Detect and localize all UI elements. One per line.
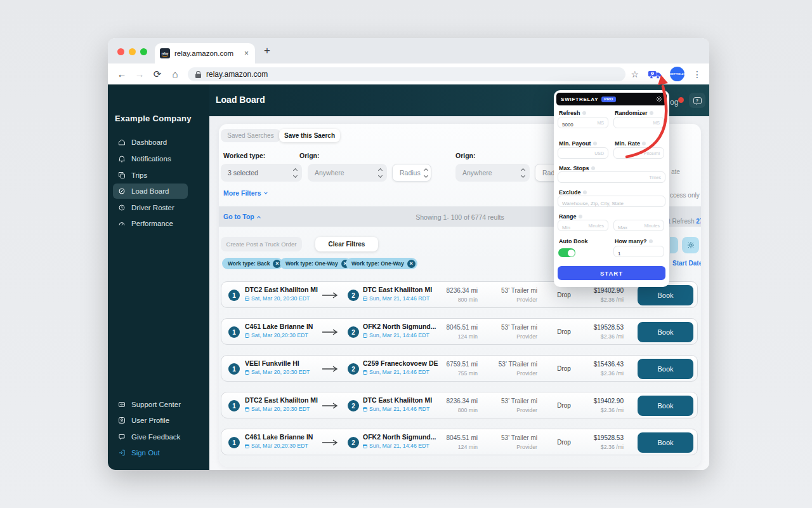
stepper-chevrons-icon (294, 169, 297, 177)
refresh-input[interactable] (558, 120, 608, 130)
settings-button[interactable] (682, 237, 699, 253)
distance: 8045.51 mi (438, 434, 478, 441)
refresh-timer-value: 27s (696, 218, 701, 225)
sidebar-item-dashboard[interactable]: Dashboard (113, 135, 189, 150)
book-button[interactable]: Book (638, 322, 693, 342)
partial-text-access-only: ccess only (670, 192, 700, 199)
origin-name: DTC2 East Khalilton MI (245, 286, 322, 293)
chevron-down-icon (264, 190, 268, 194)
help-button[interactable]: ? (689, 93, 705, 108)
range-max-input[interactable] (614, 223, 664, 233)
auto-book-toggle[interactable] (558, 248, 575, 257)
origin-date: Sat, Mar 20,20:30 EDT (251, 443, 308, 449)
support-icon (118, 401, 126, 408)
start-button[interactable]: START (558, 266, 665, 280)
how-many-input[interactable] (614, 249, 664, 259)
filter-chip[interactable]: Work type: One-Way × (280, 258, 351, 269)
sidebar-item-label: Dashboard (131, 138, 167, 146)
profile-avatar[interactable]: SWIFTRELAY (670, 67, 684, 81)
distance-column: 8236.34 mi 800 min (438, 287, 478, 303)
gauge-icon (118, 220, 126, 227)
min-payout-input[interactable] (558, 150, 608, 161)
partial-button[interactable] (670, 237, 678, 253)
min-payout-label: Min. Payout (559, 140, 597, 147)
rate: $2.36 /mi (584, 407, 624, 413)
new-tab-button[interactable]: + (264, 44, 270, 57)
sidebar-item-user-profile[interactable]: User Profile (113, 413, 189, 428)
how-many-label: How many? (615, 238, 653, 244)
dest-date: Sun, Mar 21, 14:46 EDT (369, 332, 429, 338)
load-row: 1 DTC2 East Khalilton MI Sat, Mar 20, 20… (221, 392, 698, 418)
origin-name: C461 Lake Brianne IN (245, 433, 322, 441)
worked-type-select[interactable]: 3 selected (221, 164, 302, 182)
min-rate-input[interactable] (614, 150, 664, 161)
extension-settings-button[interactable] (656, 96, 662, 102)
book-button[interactable]: Book (638, 285, 693, 305)
calendar-icon (245, 444, 249, 448)
book-button[interactable]: Book (638, 396, 693, 416)
trailer-column: 53' Trailer mi Provider (489, 287, 537, 303)
desktop-background: relay relay.amazon.com × + ← → ⟳ ⌂ relay… (0, 0, 812, 508)
origin-date: Sat, Mar 20, 20:30 EDT (251, 406, 310, 412)
dest-stop: DTC East Khalilton MI Sun, Mar 21, 14:46… (363, 286, 447, 302)
refresh-label: Refresh (559, 110, 586, 116)
reload-icon[interactable]: ⟳ (148, 69, 166, 80)
tab-saved-searches[interactable]: Saved Saerches (221, 129, 280, 142)
origin-stop: VEEI Funkville HI Sat, Mar 20, 20:30 EDT (245, 359, 322, 375)
payout-column: $19402.90 $2.36 /mi (584, 398, 624, 413)
tab-close-icon[interactable]: × (243, 49, 250, 58)
load-row: 1 C461 Lake Brianne IN Sat, Mar 20,20:30… (221, 429, 698, 455)
help-bubble-icon: ? (693, 97, 702, 104)
sidebar-item-label: Trips (131, 171, 147, 179)
payout: $19402.90 (584, 398, 624, 404)
window-minimize-button[interactable] (129, 48, 136, 55)
create-post-truck-order-button[interactable]: Create Post a Truck Order (221, 237, 302, 251)
clear-filters-button[interactable]: Clear Filtres (315, 237, 378, 251)
filter-chip[interactable]: Work type: One-Way × (346, 258, 417, 269)
sidebar-item-trips[interactable]: Trips (113, 168, 189, 183)
range-min-input[interactable] (558, 223, 608, 233)
sidebar-item-notifications[interactable]: Notifications (113, 151, 189, 166)
filter-chip[interactable]: Work type: Back × (222, 258, 283, 269)
min-rate-field-wrap: Price/mi (613, 147, 664, 159)
browser-tabstrip: relay relay.amazon.com × + (108, 38, 709, 64)
origin-stop-badge: 1 (228, 400, 240, 411)
sidebar-item-sign-out[interactable]: Sign Out (113, 445, 189, 460)
randomizer-input[interactable] (614, 120, 664, 130)
partial-nav-button[interactable]: og (670, 98, 678, 107)
sidebar-item-load-board[interactable]: Load Board (113, 184, 188, 199)
swiftrelay-extension-icon[interactable] (648, 69, 662, 80)
browser-menu-icon[interactable]: ⋮ (693, 69, 702, 79)
clock-icon (118, 204, 126, 211)
sidebar-item-give-feedback[interactable]: Give Feedback (113, 429, 189, 444)
origin-name: C461 Lake Brianne IN (245, 323, 322, 330)
exclude-input[interactable] (558, 199, 665, 209)
info-icon (593, 142, 597, 145)
origin2-select[interactable]: Anywhere (455, 164, 530, 182)
back-icon[interactable]: ← (113, 69, 131, 79)
payout-column: $19528.53 $2.36 /mi (584, 434, 624, 450)
go-to-top-link[interactable]: Go to Top (223, 213, 260, 220)
home-icon[interactable]: ⌂ (166, 69, 184, 79)
tab-save-this-search[interactable]: Save this Saerch (279, 129, 340, 142)
start-date-sort[interactable]: Start Date (672, 260, 701, 267)
window-zoom-button[interactable] (140, 48, 147, 55)
company-name: Example Company (115, 114, 192, 123)
chip-remove-icon[interactable]: × (407, 260, 416, 268)
more-filters-link[interactable]: More Filters (223, 189, 267, 197)
go-to-top-label: Go to Top (223, 213, 254, 220)
radius-select[interactable]: Radius (392, 164, 431, 182)
sidebar-item-driver-roster[interactable]: Driver Roster (113, 200, 189, 215)
book-button[interactable]: Book (638, 432, 693, 453)
browser-tab[interactable]: relay relay.amazon.com × (155, 43, 255, 64)
max-stops-input[interactable] (558, 175, 665, 185)
forward-icon[interactable]: → (131, 69, 148, 79)
address-bar[interactable]: relay.amazon.com (188, 67, 625, 81)
sidebar-item-performance[interactable]: Performance (113, 216, 189, 231)
book-button[interactable]: Book (638, 359, 693, 379)
bookmark-star-icon[interactable]: ☆ (631, 69, 639, 79)
window-close-button[interactable] (117, 48, 124, 55)
sidebar-item-support-center[interactable]: Support Center (113, 397, 189, 412)
calendar-icon (245, 333, 249, 338)
origin-select[interactable]: Anywhere (308, 164, 387, 182)
